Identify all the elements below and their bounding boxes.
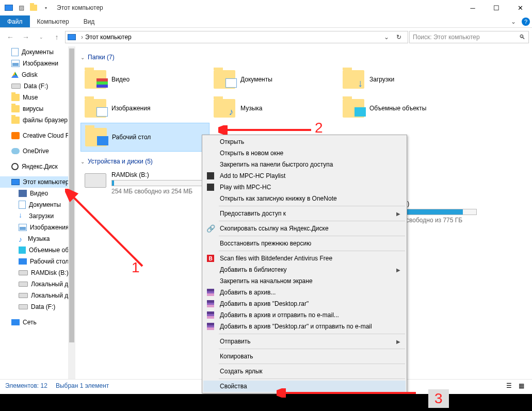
tab-view[interactable]: Вид	[76, 15, 102, 27]
context-menu-item[interactable]: Открыть как записную книжку в OneNote	[203, 193, 406, 204]
menu-item-label: Добавить в библиотеку	[220, 266, 287, 273]
context-menu-item[interactable]: Закрепить на панели быстрого доступа	[203, 159, 406, 170]
back-button[interactable]: ←	[3, 30, 18, 44]
menu-item-label: Добавить в архив "Desktop.rar"	[220, 300, 309, 307]
sidebar-item[interactable]: Изображени	[0, 58, 75, 69]
search-input[interactable]: Поиск: Этот компьютер 🔍︎	[409, 31, 529, 43]
folder-icon: ♪	[214, 99, 235, 118]
context-menu-item[interactable]: Свойства	[203, 381, 406, 392]
folder-item[interactable]: ♪Музыка	[209, 94, 338, 123]
context-menu-item[interactable]: Копировать	[203, 351, 406, 362]
sidebar-item-label: RAMDisk (B:)	[31, 269, 69, 276]
folder-label: Музыка	[240, 105, 262, 112]
menu-separator	[219, 221, 405, 221]
folder-label: Видео	[111, 76, 130, 83]
folder-label: Объемные объекты	[369, 105, 426, 112]
qat-dropdown-icon[interactable]: ▾	[40, 2, 52, 13]
sidebar-item[interactable]: Data (F:)	[0, 301, 75, 313]
minimize-button[interactable]: ─	[461, 0, 485, 15]
sidebar-item[interactable]: Этот компьютер	[0, 176, 75, 188]
sidebar-item[interactable]: OneDrive	[0, 145, 75, 157]
view-details-button[interactable]: ☰	[503, 381, 514, 390]
help-button[interactable]: ?	[520, 15, 532, 27]
context-menu-item[interactable]: Отправить▶	[203, 336, 406, 347]
context-menu-item[interactable]: Добавить в архив и отправить по e-mail..…	[203, 309, 406, 321]
sidebar-item[interactable]: Muse	[0, 92, 75, 103]
sidebar-item[interactable]: Видео	[0, 188, 75, 199]
chevron-down-icon: ⌄	[80, 159, 85, 165]
folder-item[interactable]: Рабочий стол	[80, 123, 209, 152]
context-menu-item[interactable]: Добавить в архив...	[203, 287, 406, 298]
sidebar-item[interactable]: Документы	[0, 199, 75, 210]
sidebar-item[interactable]: Gdisk	[0, 69, 75, 80]
sidebar-scrollbar[interactable]	[68, 46, 75, 379]
sidebar-item[interactable]: Сеть	[0, 317, 75, 328]
context-menu-item[interactable]: Добавить в архив "Desktop.rar"	[203, 298, 406, 309]
folder-item[interactable]: Документы	[209, 65, 338, 94]
sidebar-item[interactable]: Creative Cloud Fil	[0, 130, 75, 141]
menu-item-label: Копировать	[220, 353, 253, 360]
context-menu-item[interactable]: Добавить в библиотеку▶	[203, 264, 406, 275]
qat-properties-icon[interactable]: ▨	[15, 2, 27, 13]
context-menu-item[interactable]: Предоставить доступ к▶	[203, 208, 406, 219]
context-menu-item[interactable]: Add to MPC-HC Playlist	[203, 170, 406, 182]
breadcrumb-dropdown-icon[interactable]: ⌄	[381, 34, 392, 41]
forward-button[interactable]: →	[19, 30, 33, 44]
context-menu: ОткрытьОткрыть в новом окнеЗакрепить на …	[202, 135, 407, 393]
menu-separator	[219, 379, 405, 379]
context-menu-item[interactable]: Открыть	[203, 136, 406, 147]
sidebar-item[interactable]: RAMDisk (B:)	[0, 267, 75, 278]
qat-icon[interactable]	[3, 2, 14, 13]
status-count: Элементов: 12	[5, 382, 47, 389]
folder-item[interactable]: Объемные объекты	[338, 94, 467, 123]
drive-item[interactable]: RAMDisk (B:)254 МБ свободно из 254 МБ	[80, 169, 209, 198]
folder-icon	[214, 70, 235, 89]
close-button[interactable]: ✕	[508, 0, 532, 15]
sidebar-item[interactable]: Загрузки	[0, 210, 75, 222]
sidebar-item-label: Изображения	[30, 224, 69, 231]
sidebar-item-label: Видео	[30, 190, 48, 197]
view-tiles-button[interactable]: ▦	[515, 381, 527, 390]
context-menu-item[interactable]: Восстановить прежнюю версию	[203, 238, 406, 249]
menu-item-icon	[206, 183, 215, 191]
imgico-icon	[11, 60, 20, 67]
sidebar-item-label: Data (F:)	[31, 303, 55, 310]
menu-separator	[219, 364, 405, 364]
menu-item-label: Свойства	[220, 383, 247, 390]
refresh-button[interactable]: ↻	[392, 34, 406, 41]
folder-item[interactable]: Изображения	[80, 94, 209, 123]
sidebar-item[interactable]: Data (F:)	[0, 80, 75, 92]
context-menu-item[interactable]: BScan files with Bitdefender Antivirus F…	[203, 253, 406, 264]
context-menu-item[interactable]: Создать ярлык	[203, 366, 406, 377]
sidebar-item[interactable]: Объемные объ	[0, 244, 75, 256]
sidebar-item[interactable]: Изображения	[0, 222, 75, 233]
context-menu-item[interactable]: Закрепить на начальном экране	[203, 275, 406, 287]
breadcrumb[interactable]: › Этот компьютер ⌄ ↻	[65, 31, 408, 43]
maximize-button[interactable]: ☐	[485, 0, 508, 15]
sidebar-item[interactable]: файлы браузер	[0, 114, 75, 126]
folders-section-header[interactable]: ⌄ Папки (7)	[80, 54, 532, 61]
context-menu-item[interactable]: Открыть в новом окне	[203, 147, 406, 159]
sidebar-item[interactable]: вирусы	[0, 103, 75, 114]
sidebar-item[interactable]: Локальный дис	[0, 278, 75, 290]
qat-newfolder-icon[interactable]	[28, 2, 39, 13]
menu-item-label: Открыть в новом окне	[220, 150, 283, 157]
menu-item-icon	[206, 172, 215, 180]
recent-dropdown[interactable]: ⌄	[34, 30, 49, 44]
sidebar-item[interactable]: Яндекс.Диск	[0, 161, 75, 172]
sidebar-item[interactable]: Рабочий стол	[0, 256, 75, 267]
sidebar-item[interactable]: Локальный дис	[0, 290, 75, 301]
sidebar-item[interactable]: Документы	[0, 46, 75, 58]
context-menu-item[interactable]: 🔗Скопировать ссылку на Яндекс.Диске	[203, 223, 406, 234]
context-menu-item[interactable]: Добавить в архив "Desktop.rar" и отправи…	[203, 321, 406, 332]
context-menu-item[interactable]: Play with MPC-HC	[203, 182, 406, 193]
ribbon-expand-icon[interactable]: ⌄	[507, 15, 520, 27]
sidebar-item[interactable]: ♪Музыка	[0, 233, 75, 244]
up-button[interactable]: ↑	[50, 30, 64, 44]
folder-item[interactable]: Видео	[80, 65, 209, 94]
sidebar-item-label: Сеть	[23, 319, 37, 326]
folder-item[interactable]: ↓Загрузки	[338, 65, 467, 94]
tab-computer[interactable]: Компьютер	[30, 15, 76, 27]
file-tab[interactable]: Файл	[0, 15, 30, 27]
menu-item-label: Скопировать ссылку на Яндекс.Диске	[220, 225, 329, 232]
